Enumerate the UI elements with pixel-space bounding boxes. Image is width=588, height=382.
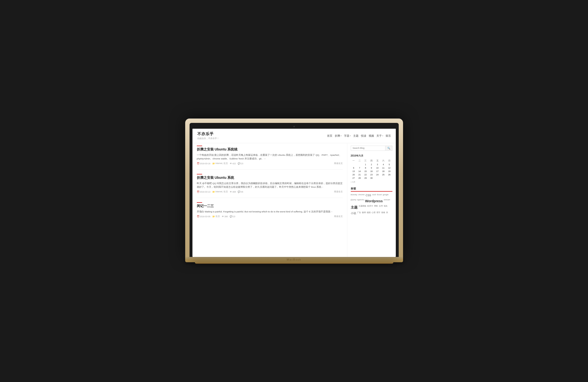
tag-item[interactable]: 台湾 xyxy=(379,205,383,210)
tag-item[interactable]: bluesky xyxy=(351,193,357,198)
cal-cell[interactable]: 25 xyxy=(380,173,386,176)
tag-item[interactable]: 所 xyxy=(386,211,388,216)
site-subtitle: 自娱自乐，不亦乐乎！ xyxy=(197,137,219,140)
cal-cell[interactable]: 18 xyxy=(380,170,386,173)
cal-header-mon: 一 xyxy=(351,159,357,163)
cal-cell xyxy=(386,176,392,180)
cal-cell[interactable]: 12 xyxy=(386,166,392,170)
tag-item[interactable]: 域名 xyxy=(384,205,388,210)
post-title[interactable]: 折腾之安装 Ubuntu 系统续 xyxy=(197,147,343,152)
nav-arrow-tools: ▾ xyxy=(350,135,351,137)
cal-cell[interactable]: 3 xyxy=(375,163,380,166)
post-category: 📁 internet, 生活 xyxy=(212,162,228,165)
tag-item[interactable]: 微博 xyxy=(362,211,366,216)
cal-header-tue: 二 xyxy=(357,159,363,163)
cal-cell[interactable]: 20 xyxy=(351,173,357,176)
tag-item[interactable]: 情绪 xyxy=(381,211,385,216)
cal-cell[interactable]: 13 xyxy=(351,170,357,173)
search-input[interactable] xyxy=(351,146,385,150)
read-more-link[interactable]: 阅读全文 xyxy=(334,162,343,165)
cal-cell[interactable]: 2 xyxy=(368,163,375,166)
cal-cell[interactable]: 5 xyxy=(386,163,392,166)
tag-item[interactable]: Wordpress xyxy=(365,198,383,204)
cal-cell[interactable]: 19 xyxy=(386,170,392,173)
post-meta: ⏰ 2016-03-05 📁 生活 👁 390 xyxy=(197,215,343,218)
camera-dot xyxy=(294,126,295,127)
search-button[interactable]: 🔍 xyxy=(385,146,392,150)
cal-cell[interactable]: 11 xyxy=(380,166,386,170)
tag-item[interactable]: CSS xyxy=(366,193,371,198)
nav-item-themes[interactable]: 主题 xyxy=(353,134,358,138)
tag-item[interactable]: 广告 xyxy=(357,211,361,216)
nav-item-home[interactable]: 首页 xyxy=(327,134,332,138)
cal-cell[interactable]: 10 xyxy=(375,166,380,170)
tag-item[interactable]: 主题 xyxy=(351,205,357,210)
read-more-link[interactable]: 阅读全文 xyxy=(334,215,343,218)
cal-cell[interactable]: 23 xyxy=(368,173,375,176)
tag-item[interactable]: css3 xyxy=(372,193,376,198)
cal-cell[interactable]: 30 xyxy=(368,176,375,180)
tag-item[interactable]: Excel xyxy=(377,193,382,198)
cal-cell[interactable]: 29 xyxy=(363,176,369,180)
tag-item[interactable]: 杭州卡 xyxy=(367,205,373,210)
calendar-section: 2016年六月 一 二 三 四 五 六 xyxy=(351,154,392,183)
cal-header-wed: 三 xyxy=(363,159,369,163)
tag-item[interactable]: 心理 xyxy=(372,211,376,216)
post-views: 👁 422 xyxy=(230,162,236,165)
cal-cell[interactable]: 4 xyxy=(380,163,386,166)
screen-bezel: 不亦乐乎 自娱自乐，不亦乐乎！ 首页 折腾 ▾ 字器 ▾ 主题 悦读 视频 关于… xyxy=(189,123,399,257)
post-accent-line xyxy=(197,174,202,174)
post-comments: 💬 23 xyxy=(230,215,235,218)
cal-cell xyxy=(375,176,380,180)
tag-item[interactable]: typecho xyxy=(357,198,364,204)
tag-item[interactable]: chrome xyxy=(358,193,365,198)
search-box: 🔍 xyxy=(351,146,392,151)
post-title[interactable]: 折腾之安装 Ubuntu 系统 xyxy=(197,176,343,180)
tag-item[interactable]: 主题模板 xyxy=(358,205,366,210)
site-title[interactable]: 不亦乐乎 xyxy=(197,132,219,137)
post-category: 📁 生活 xyxy=(212,215,220,218)
nav-item-message[interactable]: 留言 xyxy=(386,134,391,138)
nav-item-read[interactable]: 悦读 xyxy=(361,134,366,138)
laptop-wrapper: 不亦乐乎 自娱自乐，不亦乐乎！ 首页 折腾 ▾ 字器 ▾ 主题 悦读 视频 关于… xyxy=(185,119,403,264)
cal-cell xyxy=(357,163,363,166)
comment-icon: 💬 xyxy=(238,162,240,165)
nav-item-about[interactable]: 关于 ▾ xyxy=(377,134,383,138)
cal-cell[interactable]: 6 xyxy=(351,166,357,170)
cal-cell[interactable]: 28 xyxy=(357,176,363,180)
cal-cell[interactable]: 16 xyxy=(368,170,375,173)
tag-item[interactable]: google xyxy=(383,193,389,198)
cal-cell xyxy=(351,163,357,166)
tag-item[interactable]: 德国 xyxy=(367,211,371,216)
tag-item[interactable]: jQuery xyxy=(351,198,357,204)
cal-cell[interactable]: 9 xyxy=(368,166,375,170)
nav-item-toss[interactable]: 折腾 ▾ xyxy=(335,134,342,138)
sidebar: 🔍 2016年六月 一 二 三 xyxy=(347,143,396,257)
post-title[interactable]: 闲记一二三 xyxy=(197,204,343,208)
cal-cell[interactable]: 26 xyxy=(386,173,392,176)
tag-item[interactable]: 理字 xyxy=(377,211,380,216)
read-more-link[interactable]: 阅读全文 xyxy=(334,190,343,193)
cal-row: 1 2 3 4 5 xyxy=(351,163,392,166)
nav-item-video[interactable]: 视频 xyxy=(369,134,374,138)
site-nav: 首页 折腾 ▾ 字器 ▾ 主题 悦读 视频 关于 ▾ 留言 xyxy=(327,134,391,138)
cal-cell[interactable]: 15 xyxy=(363,170,369,173)
cal-cell[interactable]: 21 xyxy=(357,173,363,176)
cal-cell[interactable]: 27 xyxy=(351,176,357,180)
eye-icon: 👁 xyxy=(230,162,232,165)
cal-cell[interactable]: 14 xyxy=(357,170,363,173)
cal-cell[interactable]: 1 xyxy=(363,163,369,166)
cal-cell[interactable]: 22 xyxy=(363,173,369,176)
prev-month-link[interactable]: « 5月 xyxy=(351,181,355,183)
tag-item[interactable]: zencart xyxy=(384,198,390,204)
tag-item[interactable]: 博客 xyxy=(374,205,378,210)
post-accent-line xyxy=(197,202,202,203)
calendar-table: 一 二 三 四 五 六 日 xyxy=(351,159,392,180)
cal-cell[interactable]: 7 xyxy=(357,166,363,170)
cal-cell[interactable]: 24 xyxy=(375,173,380,176)
tag-item[interactable]: 小说 xyxy=(351,211,356,216)
nav-item-tools[interactable]: 字器 ▾ xyxy=(344,134,351,138)
cal-cell[interactable]: 17 xyxy=(375,170,380,173)
laptop-foot xyxy=(195,262,393,264)
cal-cell[interactable]: 8 xyxy=(363,166,369,170)
